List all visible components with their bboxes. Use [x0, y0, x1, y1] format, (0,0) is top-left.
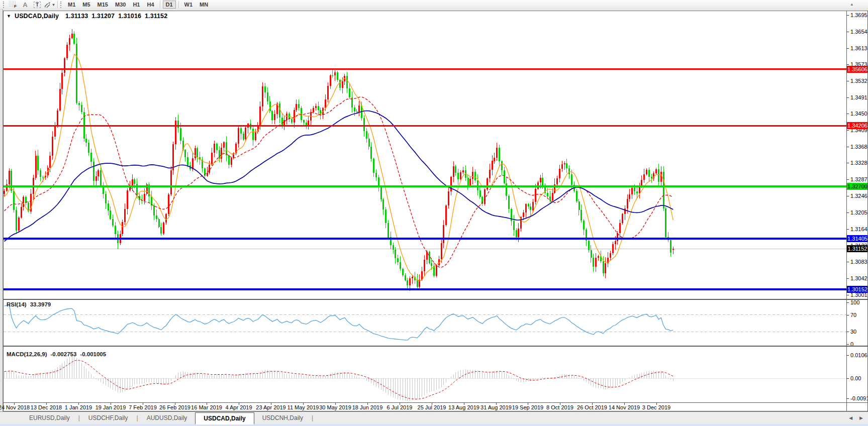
date-label: 13 Aug 2019: [448, 404, 479, 410]
macd-signal-line: [5, 360, 673, 399]
price-tick-label: 1.34910: [850, 94, 868, 101]
macd-pane-separator[interactable]: [4, 346, 868, 347]
arrows-glyph: [44, 2, 51, 8]
date-label: 26 Oct 2019: [577, 404, 607, 410]
timeframe-button-w1[interactable]: W1: [181, 1, 196, 9]
tab-scroll-right-icon[interactable]: ▶: [859, 415, 863, 420]
macd-tick-label: 0.010615: [850, 352, 868, 359]
toolbar-grip-2[interactable]: [60, 2, 62, 8]
date-label: 3 Dec 2019: [642, 404, 670, 410]
price-tick-mark: [847, 48, 849, 49]
price-tick-mark: [847, 114, 849, 114]
date-label: 6 Jul 2019: [387, 404, 413, 410]
macd-tick-label: -0.009185: [850, 395, 868, 402]
quote-high: 1.31207: [91, 13, 115, 20]
price-level-label: 1.31405: [847, 235, 868, 242]
quote-low: 1.31016: [118, 13, 141, 20]
rsi-label: RSI(14) 33.3979: [7, 301, 51, 307]
tab-separator: |: [78, 414, 80, 421]
date-label: 31 Aug 2019: [480, 404, 512, 410]
timeframe-button-m30[interactable]: M30: [112, 1, 129, 9]
timeframe-button-mn[interactable]: MN: [197, 1, 211, 9]
tab-separator: |: [312, 414, 313, 421]
fibonacci-tool-icon[interactable]: F: [8, 1, 19, 9]
date-label: 19 Jan 2019: [95, 404, 126, 410]
toolbar-separator: [160, 1, 160, 8]
rsi-pane-separator[interactable]: [4, 299, 868, 300]
price-level-label: 1.30152: [847, 286, 868, 293]
collapse-triangle-icon[interactable]: ▼: [7, 14, 11, 19]
window-bottom-edge: [0, 424, 868, 426]
chart-quote-header: ▼ USDCAD,Daily 1.31133 1.31207 1.31016 1…: [7, 13, 167, 20]
main-chart-pane[interactable]: [4, 11, 846, 299]
rsi-name: RSI(14): [7, 301, 27, 307]
date-label: 14 Nov 2019: [609, 404, 640, 410]
chart-tab-usdcnh[interactable]: USDCNH,Daily: [254, 413, 311, 424]
text-box-tool-icon[interactable]: T: [32, 1, 43, 9]
macd-pane[interactable]: [4, 347, 846, 403]
macd-label: MACD(12,26,9) -0.002753 -0.001005: [7, 351, 106, 357]
ma-55-line: [5, 111, 673, 242]
arrange-arrows-tool-icon[interactable]: ▾: [44, 1, 55, 9]
toolbar-grip[interactable]: [3, 2, 5, 8]
rsi-tick-label: 70: [850, 312, 856, 318]
candles-group: [4, 29, 674, 291]
ma-7-line: [5, 54, 673, 281]
price-tick-label: 1.31640: [850, 226, 868, 233]
date-label: 1 Jan 2019: [65, 404, 92, 410]
text-label-tool-icon[interactable]: A: [20, 1, 31, 9]
chart-tab-usdchf[interactable]: USDCHF,Daily: [80, 413, 136, 424]
date-label: 8 Oct 2019: [546, 404, 573, 410]
text-box-glyph: T: [34, 2, 41, 8]
price-tick-label: 1.30420: [850, 275, 868, 282]
ohlc-quote: 1.31133 1.31207 1.31016 1.31152: [65, 13, 167, 20]
price-tick-label: 1.32460: [850, 193, 868, 199]
tab-separator: |: [137, 414, 138, 421]
toolbar-overflow-icon[interactable]: ▴: [850, 2, 853, 7]
chevron-down-icon: ▾: [52, 3, 54, 7]
chart-symbol-title: USDCAD,Daily: [15, 13, 59, 20]
price-tick-mark: [847, 196, 849, 196]
scale-divider: [846, 11, 847, 411]
rsi-line: [5, 304, 673, 340]
price-tick-mark: [847, 295, 849, 295]
price-tick-mark: [847, 278, 849, 279]
date-label: 23 Apr 2019: [256, 404, 285, 410]
toolbar-separator: [57, 1, 58, 8]
date-label: 16 Mar 2019: [191, 404, 222, 410]
timeframe-button-d1[interactable]: D1: [163, 1, 176, 9]
timeframe-button-m1[interactable]: M1: [65, 1, 78, 9]
rsi-pane[interactable]: [4, 300, 846, 346]
date-label: 24 Nov 2018: [0, 404, 30, 410]
price-tick-label: 1.32050: [850, 209, 868, 216]
ma-22-line: [5, 97, 673, 267]
rsi-tick-label: 30: [850, 329, 856, 335]
price-scale[interactable]: 1.369501.365401.361301.357301.353201.349…: [847, 11, 868, 411]
rsi-tick-mark: [847, 332, 849, 332]
price-tick-label: 1.35320: [850, 78, 868, 84]
date-axis[interactable]: 24 Nov 201813 Dec 20181 Jan 201919 Jan 2…: [4, 403, 846, 411]
macd-tick-label: 0.00: [850, 375, 861, 382]
rsi-tick-mark: [847, 315, 849, 315]
svg-text:F: F: [14, 4, 17, 8]
rsi-tick-label: 100: [850, 299, 859, 306]
timeframe-button-h1[interactable]: H1: [130, 1, 143, 9]
chart-tab-eurusd[interactable]: EURUSD,Daily: [21, 413, 78, 424]
price-tick-mark: [847, 15, 849, 16]
fibonacci-tool-glyph: F: [9, 1, 18, 8]
price-tick-mark: [847, 179, 849, 180]
price-tick-label: 1.33280: [850, 160, 868, 166]
tab-scroll-left-icon[interactable]: ◀: [849, 415, 852, 420]
chart-tab-usdcad[interactable]: USDCAD,Daily: [195, 412, 254, 424]
date-label: 4 Apr 2019: [225, 404, 252, 410]
date-axis-border: [4, 402, 868, 403]
date-label: 13 Dec 2018: [31, 404, 62, 410]
chart-top-border: [4, 11, 868, 11]
timeframe-button-m15[interactable]: M15: [94, 1, 111, 9]
timeframe-button-m5[interactable]: M5: [79, 1, 93, 9]
chart-tab-audusd[interactable]: AUDUSD,Daily: [139, 413, 196, 424]
macd-tick-mark: [847, 378, 849, 379]
date-label: 26 Feb 2019: [159, 404, 190, 410]
timeframe-button-h4[interactable]: H4: [144, 1, 157, 9]
price-tick-label: 1.33680: [850, 144, 868, 150]
